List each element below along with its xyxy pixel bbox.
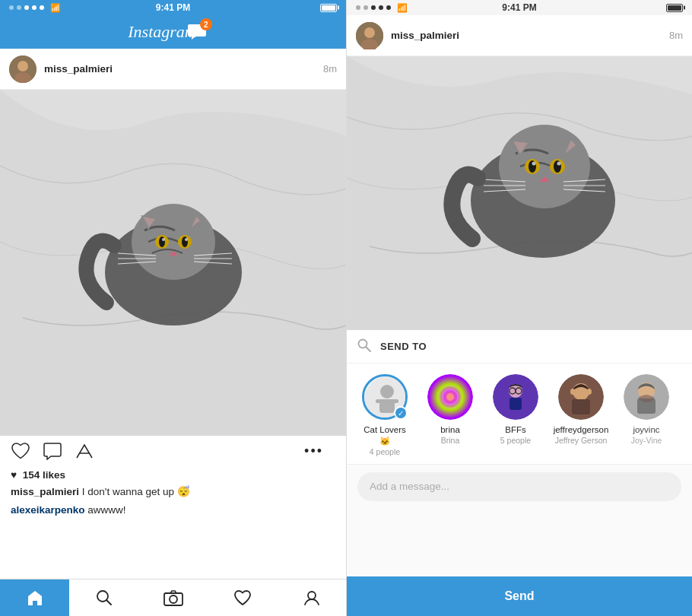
instagram-nav-bar: Instagram 2 [0, 15, 346, 49]
nav-heart[interactable] [208, 579, 277, 616]
bffs-name: BFFs [505, 424, 525, 436]
signal-area-right: 📶 [356, 3, 408, 13]
recipient-brina[interactable]: brina Brina [423, 374, 478, 456]
joy-avatar-img [624, 374, 669, 420]
cat-lovers-sub: 4 people [370, 447, 400, 456]
camera-icon [163, 589, 183, 606]
post-header-right: miss_palmieri 8m [347, 15, 692, 56]
cat-photo-left [0, 90, 346, 436]
caption-username[interactable]: miss_palmieri [11, 486, 79, 497]
bottom-nav [0, 579, 346, 616]
likes-count: 154 likes [23, 469, 65, 481]
joy-avatar-wrap [624, 374, 669, 420]
signal-dot-r4 [379, 5, 383, 10]
post-image-right [347, 56, 692, 330]
bffs-avatar-wrap [493, 374, 538, 420]
heart-nav-icon [233, 589, 252, 606]
svg-point-9 [182, 237, 188, 247]
avatar-image-left [9, 56, 37, 83]
svg-point-8 [159, 237, 165, 247]
dots-icon: ••• [304, 443, 323, 459]
svg-rect-65 [509, 398, 522, 410]
bffs-sub: 5 people [500, 436, 531, 445]
battery-fill-right [668, 5, 681, 11]
brina-avatar-img [427, 374, 473, 420]
brina-avatar [427, 374, 473, 420]
send-button-label: Send [504, 589, 534, 603]
search-nav-icon [96, 589, 113, 606]
brina-avatar-wrap [427, 374, 473, 420]
post-header-left: miss_palmieri 8m [0, 49, 346, 90]
jeffrey-sub: Jeffrey Gerson [555, 436, 608, 445]
jeffrey-avatar-wrap [558, 374, 604, 420]
search-icon [357, 338, 371, 352]
avatar-left[interactable] [9, 56, 37, 83]
right-panel: 📶 9:41 PM miss_palmieri 8m [346, 0, 692, 616]
send-button[interactable]: Send [347, 576, 692, 616]
heart-icon [11, 442, 30, 460]
svg-point-54 [380, 385, 394, 398]
svg-point-10 [162, 238, 165, 241]
comment-button[interactable] [43, 442, 62, 460]
recipient-jeffrey[interactable]: jeffreydgerson Jeffrey Gerson [554, 374, 608, 456]
avatar-right[interactable] [356, 22, 383, 49]
wifi-icon: 📶 [50, 3, 61, 13]
send-to-section: SEND TO ✓ [347, 330, 692, 616]
status-bar-right: 📶 9:41 PM [347, 0, 692, 15]
status-bar-left: 📶 9:41 PM [0, 0, 346, 15]
post-comment: alexeikarpenko awwww! [0, 503, 346, 522]
home-icon [26, 589, 44, 606]
svg-point-27 [308, 592, 316, 599]
message-input[interactable] [357, 472, 681, 501]
svg-rect-71 [572, 399, 590, 414]
nav-profile[interactable] [277, 579, 346, 616]
post-actions: ••• [0, 436, 346, 466]
message-badge: 2 [200, 18, 212, 30]
messages-button[interactable]: 2 [186, 21, 208, 43]
signal-area: 📶 [9, 3, 61, 13]
post-username-left[interactable]: miss_palmieri [44, 63, 323, 75]
signal-dot-4 [32, 5, 37, 10]
profile-nav-icon [303, 589, 320, 606]
battery-icon-left [320, 4, 337, 12]
signal-dot-r2 [363, 5, 368, 10]
nav-search[interactable] [69, 579, 138, 616]
cat-photo-right [347, 56, 692, 330]
cat-photo-svg-left [0, 90, 346, 436]
nav-home[interactable] [0, 579, 69, 616]
signal-dot-5 [40, 5, 44, 10]
more-options-button[interactable]: ••• [304, 443, 323, 459]
signal-dot-3 [24, 5, 29, 10]
svg-point-39 [557, 162, 561, 166]
post-username-right[interactable]: miss_palmieri [391, 30, 669, 41]
post-image-left [0, 90, 346, 436]
like-button[interactable] [11, 442, 30, 460]
svg-rect-56 [376, 399, 383, 403]
svg-rect-57 [391, 399, 398, 403]
search-icon-wrap[interactable] [357, 338, 371, 355]
svg-point-29 [364, 27, 375, 38]
comment-text: awwww! [87, 504, 125, 516]
joy-avatar [624, 374, 669, 420]
brina-sub: Brina [441, 436, 460, 445]
status-time-left: 9:41 PM [156, 2, 190, 13]
nav-camera[interactable] [138, 579, 208, 616]
recipient-joy[interactable]: joyvinc Joy-Vine [619, 374, 674, 456]
share-button[interactable] [75, 443, 94, 459]
jeffrey-avatar-img [558, 374, 604, 420]
svg-point-26 [170, 595, 177, 603]
left-panel: 📶 9:41 PM Instagram 2 miss_palmieri [0, 0, 346, 616]
post-likes[interactable]: ♥ 154 likes [0, 466, 346, 484]
recipients-list: ✓ Cat Lovers 🐱 4 people [347, 364, 692, 465]
svg-point-73 [587, 389, 592, 395]
recipient-cat-lovers[interactable]: ✓ Cat Lovers 🐱 4 people [357, 374, 412, 456]
signal-dot-r1 [356, 5, 360, 10]
svg-line-52 [367, 347, 371, 351]
cat-lovers-name: Cat Lovers 🐱 [357, 424, 412, 447]
comment-icon [43, 442, 62, 460]
comment-username[interactable]: alexeikarpenko [11, 504, 85, 516]
likes-heart-icon: ♥ [11, 469, 17, 481]
signal-dot-r3 [371, 5, 376, 10]
recipient-bffs[interactable]: BFFs 5 people [488, 374, 543, 456]
wifi-icon-right: 📶 [397, 3, 408, 13]
